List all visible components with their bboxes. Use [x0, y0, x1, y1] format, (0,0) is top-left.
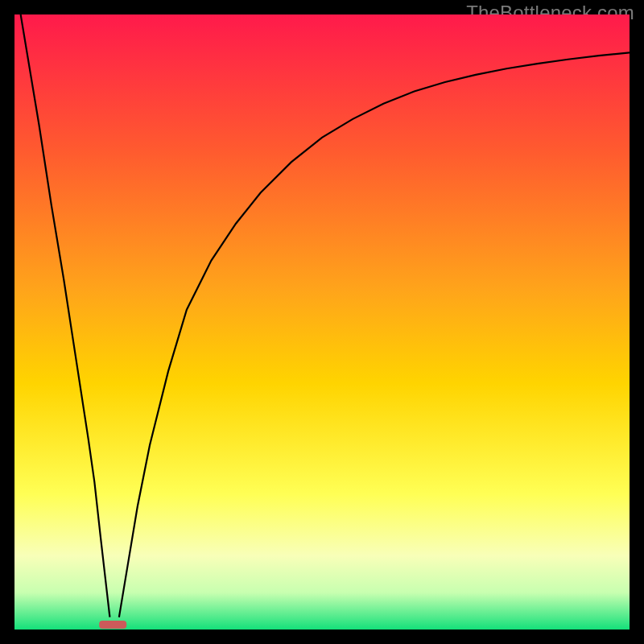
- chart-frame: TheBottleneck.com: [0, 0, 644, 644]
- gradient-background: [14, 14, 630, 630]
- optimum-marker: [99, 621, 126, 629]
- plot-area: [14, 14, 630, 630]
- chart-svg: [14, 14, 630, 630]
